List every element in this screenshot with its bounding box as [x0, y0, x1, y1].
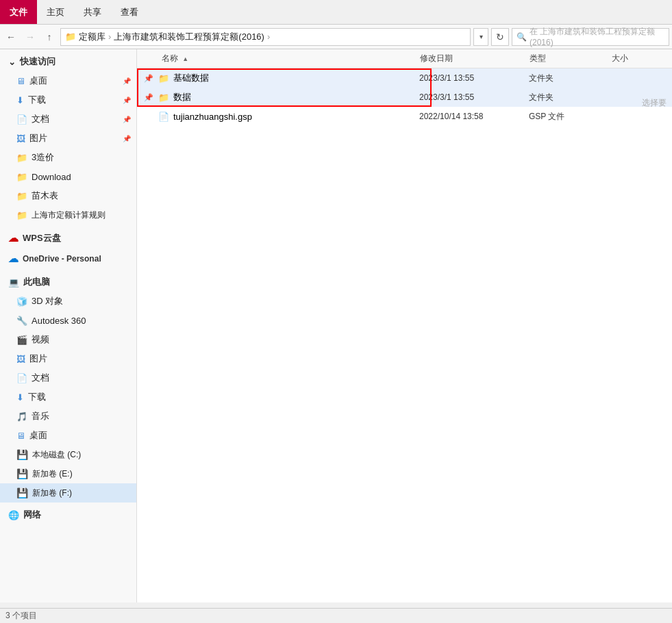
sidebar-drive-f-label: 新加卷 (F:): [32, 487, 72, 499]
file-type-2: 文件夹: [529, 92, 611, 103]
sidebar-item-drive-e[interactable]: 💾 新加卷 (E:): [0, 464, 136, 483]
sidebar-item-pictures2[interactable]: 🖼 图片: [0, 349, 136, 368]
tab-view[interactable]: 查看: [111, 0, 148, 24]
pin-icon3: 📌: [123, 116, 131, 123]
search-placeholder: 在 上海市建筑和装饰工程预算定额(2016): [530, 26, 664, 47]
sidebar-shanghai-label: 上海市定额计算规则: [32, 209, 105, 221]
docs2-icon: 📄: [16, 373, 27, 383]
sidebar-desktop2-label: 桌面: [29, 429, 47, 442]
quick-access-label: 快速访问: [20, 55, 55, 68]
sidebar-item-zaojia[interactable]: 📁 3造价: [0, 148, 136, 167]
col-type-label: 类型: [530, 53, 546, 63]
sidebar-download2-label: Download: [32, 172, 71, 182]
back-button[interactable]: ←: [3, 29, 19, 45]
sidebar-item-miaomubiao[interactable]: 📁 苗木表: [0, 186, 136, 205]
sidebar-desktop-label: 桌面: [29, 75, 47, 87]
sidebar-item-downloads[interactable]: ⬇ 下载 📌: [0, 90, 136, 110]
sidebar-videos-label: 视频: [32, 333, 49, 346]
col-header-size[interactable]: 大小: [612, 53, 667, 64]
sidebar-docs-label: 文档: [32, 113, 49, 125]
miaomubiao-folder-icon: 📁: [16, 191, 27, 201]
sidebar-downloads-label: 下载: [28, 94, 46, 106]
tab-home[interactable]: 主页: [37, 0, 74, 24]
pin-icon: 📌: [123, 77, 131, 85]
sidebar-item-desktop2[interactable]: 🖥 桌面: [0, 426, 136, 445]
sidebar-quick-access-header[interactable]: ⌄ 快速访问: [0, 52, 136, 71]
file-list: 📌 📁 基础数据 2023/3/1 13:55 文件夹 📌 📁 数据: [137, 68, 672, 126]
docs-icon: 📄: [16, 114, 27, 125]
file-date-1: 2023/3/1 13:55: [419, 73, 529, 83]
breadcrumb-dropdown-button[interactable]: ▾: [473, 28, 488, 46]
drive-e-icon: 💾: [16, 468, 28, 479]
col-header-date[interactable]: 修改日期: [420, 53, 530, 64]
push-icon-2: 📌: [143, 93, 154, 102]
select-hint: 选择要: [642, 97, 667, 109]
sidebar-item-music[interactable]: 🎵 音乐: [0, 407, 136, 426]
col-header-name[interactable]: 名称 ▲: [142, 53, 420, 64]
status-text: 3 个项目: [5, 610, 37, 622]
refresh-button[interactable]: ↻: [491, 28, 509, 46]
sidebar-3d-label: 3D 对象: [32, 295, 63, 307]
sidebar-item-docs[interactable]: 📄 文档 📌: [0, 110, 136, 129]
sidebar-wps[interactable]: ☁ WPS云盘: [0, 229, 136, 248]
sidebar-drive-e-label: 新加卷 (E:): [32, 468, 73, 480]
file-item-jichudata[interactable]: 📌 📁 基础数据 2023/3/1 13:55 文件夹: [137, 68, 672, 88]
drive-f-icon: 💾: [16, 487, 28, 498]
col-header-type[interactable]: 类型: [530, 53, 612, 64]
download-icon: ⬇: [16, 95, 24, 105]
sidebar-item-docs2[interactable]: 📄 文档: [0, 368, 136, 387]
sidebar-item-download2[interactable]: 📁 Download: [0, 167, 136, 186]
sidebar-network[interactable]: 🌐 网络: [0, 505, 136, 524]
search-icon: 🔍: [517, 32, 527, 42]
sidebar-item-autodesk[interactable]: 🔧 Autodesk 360: [0, 311, 136, 330]
sidebar-autodesk-label: Autodesk 360: [32, 316, 86, 326]
autodesk-icon: 🔧: [16, 316, 27, 326]
video-icon: 🎬: [16, 335, 27, 345]
file-item-shuju[interactable]: 📌 📁 数据 2023/3/1 13:55 文件夹: [137, 88, 672, 107]
content-area: 名称 ▲ 修改日期 类型 大小: [137, 49, 672, 602]
sidebar-item-drive-c[interactable]: 💾 本地磁盘 (C:): [0, 445, 136, 464]
breadcrumb-root[interactable]: 定额库: [79, 31, 105, 43]
file-name-1: 基础数据: [173, 72, 209, 84]
pc-icon: 💻: [8, 277, 19, 288]
drive-c-icon: 💾: [16, 449, 28, 460]
search-bar[interactable]: 🔍 在 上海市建筑和装饰工程预算定额(2016): [512, 28, 669, 46]
sidebar-item-pictures[interactable]: 🖼 图片 📌: [0, 129, 136, 148]
music-icon: 🎵: [16, 411, 27, 422]
file-icon-3: 📄: [158, 112, 169, 122]
sidebar-item-drive-f[interactable]: 💾 新加卷 (F:): [0, 483, 136, 503]
forward-button[interactable]: →: [22, 29, 38, 45]
pin-icon2: 📌: [123, 97, 131, 104]
sidebar-drive-c-label: 本地磁盘 (C:): [32, 449, 81, 461]
sidebar-onedrive[interactable]: ☁ OneDrive - Personal: [0, 249, 136, 268]
desktop-icon: 🖥: [16, 76, 25, 86]
sidebar-pictures2-label: 图片: [29, 353, 47, 365]
sidebar-pc-header[interactable]: 💻 此电脑: [0, 272, 136, 292]
3d-icon: 🧊: [16, 296, 27, 307]
pictures-icon: 🖼: [16, 134, 25, 144]
sidebar-downloads2-label: 下载: [28, 391, 46, 403]
folder-icon-2: 📁: [158, 92, 169, 103]
sidebar-music-label: 音乐: [32, 410, 49, 422]
breadcrumb-current[interactable]: 上海市建筑和装饰工程预算定额(2016): [114, 31, 264, 43]
tab-file[interactable]: 文件: [0, 0, 37, 24]
ribbon: 文件 主页 共享 查看: [0, 0, 672, 25]
tab-share[interactable]: 共享: [74, 0, 111, 24]
sort-arrow-name: ▲: [182, 55, 188, 62]
col-size-label: 大小: [612, 53, 628, 63]
sidebar-docs2-label: 文档: [32, 372, 49, 384]
sidebar: ⌄ 快速访问 🖥 桌面 📌 ⬇ 下载 📌 📄 文档 📌 🖼 图片: [0, 49, 137, 602]
sidebar-item-videos[interactable]: 🎬 视频: [0, 330, 136, 349]
file-item-gsp[interactable]: 📄 tujianzhuangshi.gsp 2022/10/14 13:58 G…: [137, 107, 672, 126]
pictures2-icon: 🖼: [16, 354, 25, 364]
file-name-2: 数据: [173, 91, 191, 103]
sidebar-item-desktop[interactable]: 🖥 桌面 📌: [0, 71, 136, 90]
sidebar-item-shanghai[interactable]: 📁 上海市定额计算规则: [0, 205, 136, 225]
sidebar-item-3d[interactable]: 🧊 3D 对象: [0, 292, 136, 311]
breadcrumb-bar[interactable]: 📁 定额库 › 上海市建筑和装饰工程预算定额(2016) ›: [60, 28, 471, 46]
sidebar-item-downloads2[interactable]: ⬇ 下载: [0, 387, 136, 407]
sidebar-wps-label: WPS云盘: [23, 232, 61, 244]
sidebar-network-label: 网络: [23, 509, 41, 521]
sidebar-zaojia-label: 3造价: [32, 151, 54, 164]
up-button[interactable]: ↑: [41, 29, 58, 45]
